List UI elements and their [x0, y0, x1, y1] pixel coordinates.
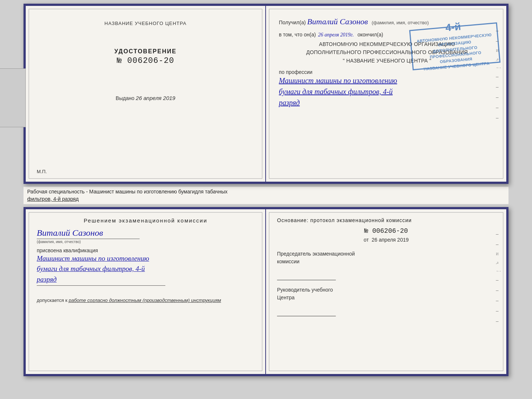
dash-6: –	[496, 74, 501, 80]
work-permission-prefix: допускается к	[37, 298, 67, 303]
bottom-left-page: Решением экзаменационной комиссии Витали…	[26, 209, 266, 374]
chairman-block: Председатель экзаменационной комиссии	[277, 250, 495, 280]
received-label: Получил(а)	[279, 19, 306, 25]
dash-5: ←-	[496, 65, 501, 70]
head-title: Руководитель учебного Центра	[277, 286, 495, 302]
school-name-label: НАЗВАНИЕ УЧЕБНОГО ЦЕНТРА	[104, 21, 186, 26]
mp-label: М.П.	[37, 169, 47, 174]
bottom-document: Решением экзаменационной комиссии Витали…	[24, 207, 508, 376]
left-page: НАЗВАНИЕ УЧЕБНОГО ЦЕНТРА УДОСТОВЕРЕНИЕ №…	[26, 6, 266, 182]
dash-8: –	[496, 95, 501, 100]
b-dash-5: ←-	[496, 269, 501, 273]
work-permission: допускается к работе согласно должностны…	[37, 298, 254, 303]
b-dash-10: –	[496, 318, 501, 324]
qualification-line2: бумаги для табачных фильтров, 4-й	[37, 264, 254, 274]
issued-date: 26 апреля 2019	[136, 95, 176, 101]
profession-line2: бумаги для табачных фильтров, 4-й	[279, 86, 495, 97]
top-document: НАЗВАНИЕ УЧЕБНОГО ЦЕНТРА УДОСТОВЕРЕНИЕ №…	[24, 4, 508, 184]
dash-4: ,а	[496, 57, 501, 61]
page-wrapper: НАЗВАНИЕ УЧЕБНОГО ЦЕНТРА УДОСТОВЕРЕНИЕ №…	[0, 0, 532, 399]
bottom-right-page: Основание: протокол экзаменационной коми…	[266, 209, 506, 374]
protocol-number: № 006206-20	[277, 227, 495, 235]
right-marks: – – И ,а ←- – – – – –	[496, 28, 501, 121]
chairman-signature-line	[277, 273, 336, 280]
right-page: Получил(а) Виталий Сазонов (фамилия, имя…	[266, 6, 506, 182]
profession-line1: Машинист машины по изготовлению	[279, 75, 495, 86]
certificate-title-block: УДОСТОВЕРЕНИЕ № 006206-20	[114, 48, 176, 65]
b-dash-8: –	[496, 298, 501, 304]
b-dash-1: –	[496, 231, 501, 237]
stamp-text: АВТОНОМНУЮ НЕКОММЕРЧЕСКУЮ ОРГАНИЗАЦИЮ ДО…	[411, 29, 500, 75]
name-line: Виталий Сазонов (фамилия, имя, отчество)	[37, 228, 254, 244]
chairman-title: Председатель экзаменационной комиссии	[277, 250, 495, 266]
between-label: Рабочая специальность - Машинист машины …	[24, 187, 508, 204]
b-dash-7: –	[496, 288, 501, 293]
work-permission-text: работе согласно должностным (производств…	[69, 298, 221, 303]
head-signature-line	[277, 309, 336, 316]
b-dash-6: –	[496, 277, 501, 283]
okonchil-label: окончил(а)	[357, 32, 383, 38]
stamp-overlay: 4-й АВТОНОМНУЮ НЕКОММЕРЧЕСКУЮ ОРГАНИЗАЦИ…	[409, 22, 501, 70]
dash-9: –	[496, 105, 501, 111]
bottom-right-marks: – – И ,а ←- – – – – –	[496, 231, 501, 324]
date-line: от 26 апреля 2019	[277, 237, 495, 243]
recipient-name: Виталий Сазонов	[307, 17, 368, 26]
dash-3: И	[496, 49, 501, 53]
date-value: 26 апреля 2019	[372, 237, 409, 243]
certificate-number: № 006206-20	[114, 56, 176, 65]
decision-title: Решением экзаменационной комиссии	[37, 217, 254, 225]
issued-line: Выдано 26 апреля 2019	[116, 95, 175, 101]
stamp-content: 4-й АВТОНОМНУЮ НЕКОММЕРЧЕСКУЮ ОРГАНИЗАЦИ…	[410, 18, 500, 75]
left-page-border	[29, 9, 262, 179]
dash-10: –	[496, 115, 501, 121]
dash-1: –	[496, 28, 501, 34]
vtom-date: 26 апреля 2019г.	[318, 32, 354, 38]
profession-line3: разряд	[279, 97, 495, 108]
dash-2: –	[496, 38, 501, 44]
date-prefix: от	[364, 237, 369, 243]
person-name: Виталий Сазонов	[37, 228, 103, 238]
b-dash-9: –	[496, 308, 501, 314]
vtom-prefix: в том, что он(а)	[279, 32, 316, 38]
head-block: Руководитель учебного Центра	[277, 286, 495, 316]
b-dash-4: ,а	[496, 260, 501, 264]
basis-line: Основание: протокол экзаменационной коми…	[277, 217, 495, 224]
certificate-title: УДОСТОВЕРЕНИЕ	[114, 48, 176, 55]
dash-7: –	[496, 84, 501, 90]
issued-label: Выдано	[116, 95, 134, 101]
between-line1: Рабочая специальность - Машинист машины …	[27, 188, 505, 196]
bottom-name-subtitle: (фамилия, имя, отчество)	[37, 240, 81, 244]
b-dash-2: –	[496, 242, 501, 247]
between-line2: фильтров, 4-й разряд	[27, 196, 505, 203]
photo-area	[0, 68, 26, 127]
qualification-label: присвоена квалификация	[37, 247, 254, 253]
b-dash-3: И	[496, 252, 501, 256]
qualification-line1: Машинист машины по изготовлению	[37, 253, 254, 264]
qualification-line3: разряд	[37, 274, 254, 285]
